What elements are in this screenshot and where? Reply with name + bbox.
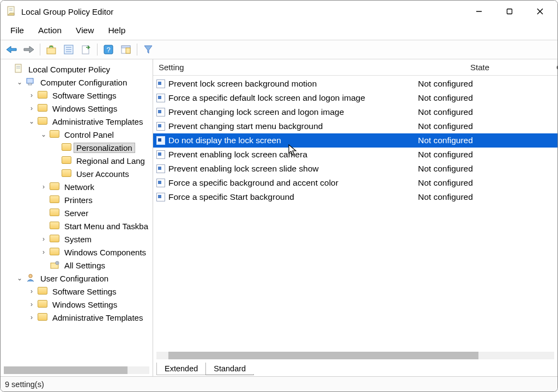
expand-icon[interactable]: ⌄ xyxy=(40,131,47,138)
tree-item-label: Windows Settings xyxy=(50,299,120,310)
list-item[interactable]: Prevent lock screen background motionNot… xyxy=(153,77,557,91)
tree-item[interactable]: ⌄Administrative Templates xyxy=(4,115,153,128)
tree-item[interactable]: ⌄User Configuration xyxy=(4,272,153,285)
menu-file[interactable]: File xyxy=(5,23,29,38)
view-tabs: Extended Standard xyxy=(153,363,557,376)
back-button[interactable] xyxy=(4,42,19,57)
setting-name: Force a specific default lock screen and… xyxy=(168,93,365,103)
expand-icon[interactable]: › xyxy=(28,301,35,308)
tree-item-icon xyxy=(50,209,59,217)
tree-item[interactable]: ⌄Control Panel xyxy=(4,128,153,141)
tree-item[interactable]: ›Printers xyxy=(4,193,153,206)
setting-name: Force a specific Start background xyxy=(168,192,294,202)
tree-item-icon xyxy=(50,195,59,204)
settings-list[interactable]: Prevent lock screen background motionNot… xyxy=(153,76,557,350)
export-button[interactable] xyxy=(78,42,94,57)
tree-item-label: Printers xyxy=(62,195,95,205)
forward-button[interactable] xyxy=(21,42,37,57)
tree-horizontal-scrollbar[interactable] xyxy=(4,366,149,374)
svg-rect-7 xyxy=(47,48,56,54)
app-icon xyxy=(6,6,17,17)
properties-button[interactable] xyxy=(61,42,76,57)
tree-item[interactable]: ›Software Settings xyxy=(4,89,153,102)
tree-pane: ›Local Computer Policy⌄Computer Configur… xyxy=(1,59,153,376)
tree-item[interactable]: ›Administrative Templates xyxy=(4,311,153,324)
scrollbar-thumb[interactable] xyxy=(168,352,478,359)
menu-help[interactable]: Help xyxy=(102,23,131,38)
list-horizontal-scrollbar[interactable] xyxy=(156,352,554,359)
maximize-button[interactable] xyxy=(494,1,525,22)
list-item[interactable]: Prevent enabling lock screen slide showN… xyxy=(153,162,557,176)
expand-icon[interactable]: › xyxy=(28,314,35,321)
expand-icon: › xyxy=(52,157,59,164)
expand-icon[interactable]: › xyxy=(28,92,35,99)
tree-item[interactable]: ›System xyxy=(4,232,153,246)
filter-button[interactable] xyxy=(141,42,156,57)
toolbar: ? xyxy=(1,40,557,59)
policy-icon xyxy=(156,179,165,187)
tree-item-icon xyxy=(38,117,47,126)
tree-item-icon xyxy=(62,143,71,152)
list-item[interactable]: Do not display the lock screenNot config… xyxy=(153,133,557,148)
tree-item[interactable]: ›Regional and Lang xyxy=(4,154,153,167)
tree-item-icon xyxy=(38,287,47,296)
expand-icon: › xyxy=(40,262,47,268)
tree-item[interactable]: ›Windows Settings xyxy=(4,298,153,311)
tab-standard[interactable]: Standard xyxy=(205,363,254,375)
minimize-button[interactable] xyxy=(464,1,494,22)
tree-item[interactable]: ›Network xyxy=(4,180,153,193)
list-item[interactable]: Prevent changing start menu backgroundNo… xyxy=(153,119,557,133)
expand-icon[interactable]: › xyxy=(28,105,35,112)
expand-icon[interactable]: ⌄ xyxy=(16,79,23,85)
tree-item-icon xyxy=(62,156,71,165)
policy-tree[interactable]: ›Local Computer Policy⌄Computer Configur… xyxy=(1,59,153,366)
setting-state: Not configured xyxy=(409,93,551,103)
tree-item[interactable]: ›Windows Settings xyxy=(4,102,153,115)
tree-item-label: Start Menu and Taskba xyxy=(62,221,151,231)
tree-item[interactable]: ›Start Menu and Taskba xyxy=(4,219,153,232)
column-state[interactable]: State xyxy=(409,59,551,75)
close-button[interactable] xyxy=(525,1,555,22)
setting-name: Prevent lock screen background motion xyxy=(168,79,317,89)
column-comment[interactable]: Cor xyxy=(551,59,557,75)
tree-item-icon xyxy=(50,260,59,271)
list-item[interactable]: Force a specific background and accent c… xyxy=(153,176,557,190)
list-item[interactable]: Force a specific default lock screen and… xyxy=(153,91,557,105)
tree-item-label: Server xyxy=(62,208,91,218)
tree-item[interactable]: ›Local Computer Policy xyxy=(4,63,153,76)
help-button[interactable]: ? xyxy=(101,42,116,57)
expand-icon[interactable]: › xyxy=(40,236,47,242)
menu-action[interactable]: Action xyxy=(33,23,67,38)
tree-item[interactable]: ›Windows Components xyxy=(4,246,153,259)
tree-item-icon xyxy=(26,77,35,88)
policy-icon xyxy=(156,122,165,131)
tree-item-label: Control Panel xyxy=(62,130,117,140)
tab-extended[interactable]: Extended xyxy=(156,363,206,375)
tree-item[interactable]: ›Personalization xyxy=(4,141,153,154)
show-hide-button[interactable] xyxy=(118,42,134,57)
column-setting[interactable]: Setting xyxy=(153,59,409,75)
scrollbar-thumb[interactable] xyxy=(4,366,128,374)
tree-item[interactable]: ›Server xyxy=(4,206,153,219)
list-item[interactable]: Prevent changing lock screen and logon i… xyxy=(153,105,557,119)
tree-item-label: User Accounts xyxy=(74,169,132,179)
up-button[interactable] xyxy=(44,42,59,57)
expand-icon: › xyxy=(4,66,11,72)
tree-item-label: Windows Components xyxy=(62,247,149,258)
setting-state: Not configured xyxy=(409,178,551,188)
expand-icon[interactable]: ⌄ xyxy=(28,118,35,125)
tree-item[interactable]: ›Software Settings xyxy=(4,285,153,298)
expand-icon[interactable]: › xyxy=(40,183,47,190)
svg-point-26 xyxy=(29,274,32,278)
setting-state: Not configured xyxy=(409,121,551,131)
menu-view[interactable]: View xyxy=(70,23,99,38)
expand-icon[interactable]: ⌄ xyxy=(16,275,23,281)
tree-item[interactable]: ›All Settings xyxy=(4,259,153,272)
tree-item[interactable]: ⌄Computer Configuration xyxy=(4,76,153,89)
tree-item[interactable]: ›User Accounts xyxy=(4,167,153,180)
list-item[interactable]: Prevent enabling lock screen cameraNot c… xyxy=(153,148,557,162)
expand-icon[interactable]: › xyxy=(40,249,47,255)
list-item[interactable]: Force a specific Start backgroundNot con… xyxy=(153,190,557,204)
expand-icon[interactable]: › xyxy=(28,288,35,295)
status-text: 9 setting(s) xyxy=(5,380,44,389)
